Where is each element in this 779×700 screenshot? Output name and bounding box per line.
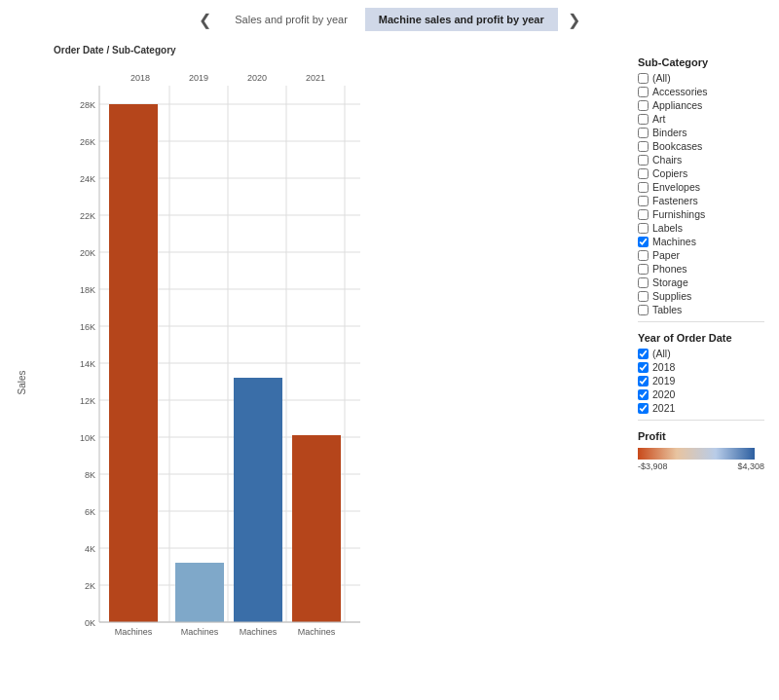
checkbox-art[interactable]: [638, 114, 649, 125]
svg-text:Machines: Machines: [115, 627, 153, 637]
checkbox-appliances[interactable]: [638, 100, 649, 111]
checkbox-envelopes[interactable]: [638, 182, 649, 193]
subcategory-label-copiers: Copiers: [652, 167, 687, 179]
main-content: Sales Order Date / Sub-Category 0K 2K 4K…: [0, 37, 779, 700]
svg-text:18K: 18K: [80, 285, 95, 295]
year-list: (All) 2018 2019 2020 2021: [638, 348, 764, 414]
svg-text:Machines: Machines: [240, 627, 278, 637]
subcategory-supplies[interactable]: Supplies: [638, 290, 764, 302]
checkbox-machines[interactable]: [638, 237, 649, 247]
checkbox-year-all[interactable]: [638, 349, 649, 359]
checkbox-chairs[interactable]: [638, 155, 649, 166]
year-2019[interactable]: 2019: [638, 375, 764, 387]
subcategory-label-furnishings: Furnishings: [652, 208, 705, 220]
subcategory-accessories[interactable]: Accessories: [638, 86, 764, 97]
subcategory-label-paper: Paper: [652, 249, 680, 261]
subcategory-storage[interactable]: Storage: [638, 276, 764, 288]
chart-axis-title: Order Date / Sub-Category: [54, 45, 176, 55]
chart-area: Sales Order Date / Sub-Category 0K 2K 4K…: [0, 37, 633, 700]
year-label-all: (All): [652, 348, 671, 359]
subcategory-appliances[interactable]: Appliances: [638, 99, 764, 111]
year-all[interactable]: (All): [638, 348, 764, 359]
year-2018[interactable]: 2018: [638, 361, 764, 373]
subcategory-label-chairs: Chairs: [652, 154, 682, 166]
checkbox-binders[interactable]: [638, 128, 649, 138]
checkbox-supplies[interactable]: [638, 291, 649, 302]
subcategory-machines[interactable]: Machines: [638, 236, 764, 247]
checkbox-fasteners[interactable]: [638, 196, 649, 206]
checkbox-year-2021[interactable]: [638, 403, 649, 414]
subcategory-label-supplies: Supplies: [652, 290, 691, 302]
svg-text:20K: 20K: [80, 248, 95, 258]
subcategory-tables[interactable]: Tables: [638, 304, 764, 315]
next-arrow[interactable]: ❯: [562, 9, 586, 31]
subcategory-binders[interactable]: Binders: [638, 127, 764, 138]
subcategory-label-all: (All): [652, 72, 671, 84]
checkbox-furnishings[interactable]: [638, 209, 649, 220]
subcategory-paper[interactable]: Paper: [638, 249, 764, 261]
checkbox-tables[interactable]: [638, 305, 649, 315]
subcategory-fasteners[interactable]: Fasteners: [638, 195, 764, 206]
svg-text:8K: 8K: [85, 470, 95, 480]
subcategory-envelopes[interactable]: Envelopes: [638, 181, 764, 193]
bar-2018: [109, 104, 158, 622]
svg-text:2021: 2021: [306, 73, 325, 83]
checkbox-phones[interactable]: [638, 264, 649, 275]
checkbox-year-2018[interactable]: [638, 362, 649, 373]
subcategory-art[interactable]: Art: [638, 113, 764, 125]
profit-max: $4,308: [737, 461, 764, 471]
svg-text:28K: 28K: [80, 100, 95, 110]
profit-min: -$3,908: [638, 461, 668, 471]
year-label-2020: 2020: [652, 388, 675, 400]
subcategory-label-bookcases: Bookcases: [652, 140, 702, 152]
year-label-2019: 2019: [652, 375, 675, 387]
checkbox-bookcases[interactable]: [638, 141, 649, 152]
subcategory-furnishings[interactable]: Furnishings: [638, 208, 764, 220]
svg-text:10K: 10K: [80, 433, 95, 443]
svg-text:22K: 22K: [80, 211, 95, 221]
svg-text:24K: 24K: [80, 174, 95, 184]
year-label-2021: 2021: [652, 402, 675, 414]
tab-sales-profit[interactable]: Sales and profit by year: [221, 8, 361, 31]
checkbox-all[interactable]: [638, 73, 649, 84]
svg-text:12K: 12K: [80, 396, 95, 406]
svg-text:2K: 2K: [85, 581, 95, 591]
checkbox-copiers[interactable]: [638, 168, 649, 179]
profit-gradient-bar: [638, 448, 755, 460]
checkbox-year-2019[interactable]: [638, 376, 649, 387]
profit-legend: -$3,908 $4,308: [638, 448, 764, 471]
checkbox-storage[interactable]: [638, 277, 649, 288]
svg-text:6K: 6K: [85, 507, 95, 517]
subcategory-label-labels: Labels: [652, 222, 683, 234]
subcategory-label-fasteners: Fasteners: [652, 195, 698, 206]
subcategory-title: Sub-Category: [638, 56, 764, 68]
tab-machine-sales[interactable]: Machine sales and profit by year: [365, 8, 558, 31]
subcategory-labels[interactable]: Labels: [638, 222, 764, 234]
subcategory-copiers[interactable]: Copiers: [638, 167, 764, 179]
subcategory-phones[interactable]: Phones: [638, 263, 764, 275]
prev-arrow[interactable]: ❮: [193, 9, 217, 31]
y-axis-label: Sales: [17, 370, 27, 394]
svg-text:14K: 14K: [80, 359, 95, 369]
svg-text:Machines: Machines: [298, 627, 336, 637]
checkbox-labels[interactable]: [638, 223, 649, 234]
checkbox-paper[interactable]: [638, 250, 649, 261]
svg-text:2020: 2020: [247, 73, 267, 83]
sidebar: Sub-Category (All) Accessories Appliance…: [633, 37, 769, 700]
x-year-labels: 2018 2019 2020 2021: [130, 73, 325, 83]
subcategory-label-envelopes: Envelopes: [652, 181, 700, 193]
bar-2019: [175, 563, 224, 622]
checkbox-accessories[interactable]: [638, 87, 649, 97]
subcategory-all[interactable]: (All): [638, 72, 764, 84]
year-title: Year of Order Date: [638, 332, 764, 344]
subcategory-label-art: Art: [652, 113, 665, 125]
checkbox-year-2020[interactable]: [638, 389, 649, 400]
svg-text:16K: 16K: [80, 322, 95, 332]
subcategory-bookcases[interactable]: Bookcases: [638, 140, 764, 152]
year-2021[interactable]: 2021: [638, 402, 764, 414]
top-nav: ❮ Sales and profit by year Machine sales…: [0, 0, 779, 37]
year-label-2018: 2018: [652, 361, 675, 373]
year-2020[interactable]: 2020: [638, 388, 764, 400]
subcategory-chairs[interactable]: Chairs: [638, 154, 764, 166]
subcategory-label-machines: Machines: [652, 236, 696, 247]
